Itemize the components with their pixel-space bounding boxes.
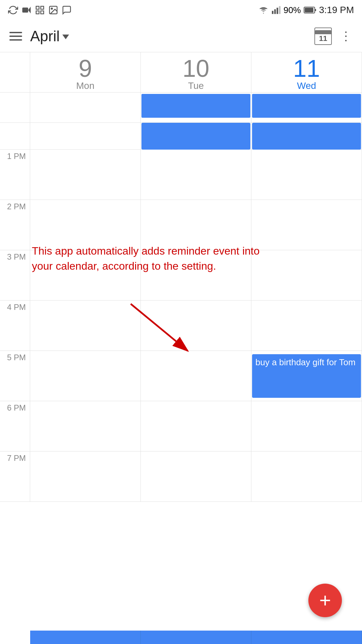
time-row-3pm: 3 PM (0, 250, 362, 301)
svg-rect-12 (279, 6, 281, 14)
wifi-icon (258, 5, 269, 15)
time-cell-tue-6pm[interactable] (141, 401, 251, 451)
svg-point-8 (263, 13, 264, 13)
day-label-tue: Tue (188, 80, 204, 91)
time-cell-mon-3pm[interactable] (30, 250, 141, 300)
time-cell-wed-noon[interactable] (251, 123, 362, 149)
day-header-tue[interactable]: 10 Tue (141, 52, 251, 95)
time-row-7pm: 7 PM (0, 451, 362, 502)
time-cell-tue-4pm[interactable] (141, 301, 251, 351)
time-cell-wed-1pm[interactable] (251, 150, 362, 200)
signal-icon (272, 5, 281, 15)
time-cell-mon-6pm[interactable] (30, 401, 141, 451)
month-selector[interactable]: April (30, 28, 69, 45)
all-day-event-tue[interactable] (141, 94, 250, 118)
time-cell-tue-1pm[interactable] (141, 150, 251, 200)
birthday-gift-event[interactable]: buy a birthday gift for Tom (252, 354, 361, 398)
time-label-6pm: 6 PM (0, 401, 30, 451)
chat-icon (62, 5, 72, 15)
svg-rect-4 (36, 11, 39, 14)
time-display: 3:19 PM (319, 5, 354, 15)
time-row-noon (0, 123, 362, 150)
fab-plus-icon: + (319, 590, 331, 610)
time-label-4pm: 4 PM (0, 301, 30, 351)
time-cell-wed-7pm[interactable] (251, 451, 362, 501)
toolbar-left: April (9, 28, 69, 45)
time-row-1pm: 1 PM (0, 150, 362, 200)
event-block-wed-noon[interactable] (252, 123, 361, 150)
day-header-mon[interactable]: 9 Mon (30, 52, 141, 95)
sync-icon (8, 5, 18, 15)
status-bar: 90% 3:19 PM (0, 0, 362, 20)
time-label-2pm: 2 PM (0, 200, 30, 250)
day-label-mon: Mon (76, 80, 94, 91)
day-label-wed: Wed (297, 80, 316, 91)
battery-percentage: 90% (284, 5, 301, 15)
time-row-4pm: 4 PM (0, 301, 362, 351)
month-label: April (30, 28, 60, 45)
svg-rect-11 (277, 8, 278, 14)
bottom-gutter (0, 631, 30, 644)
today-day-number: 11 (319, 35, 327, 42)
time-label-3pm: 3 PM (0, 250, 30, 300)
all-day-gutter (0, 93, 30, 122)
time-cell-wed-5pm[interactable]: buy a birthday gift for Tom (251, 351, 362, 401)
all-day-row (0, 93, 362, 123)
calendar-view: 9 Mon 10 Tue 11 Wed (0, 52, 362, 502)
time-label-noon (0, 123, 30, 149)
day-number-11: 11 (293, 56, 320, 80)
time-cell-mon-5pm[interactable] (30, 351, 141, 401)
svg-rect-10 (274, 9, 276, 14)
time-cell-mon-1pm[interactable] (30, 150, 141, 200)
status-right-icons: 90% 3:19 PM (258, 5, 354, 15)
menu-button[interactable] (9, 32, 22, 41)
time-cell-mon-4pm[interactable] (30, 301, 141, 351)
app-toolbar: April 11 ⋮ (0, 20, 362, 52)
day-header-wed[interactable]: 11 Wed (251, 52, 362, 95)
svg-rect-15 (315, 9, 316, 11)
svg-rect-9 (272, 11, 274, 14)
time-gutter-header (0, 52, 30, 95)
bottom-event-wed[interactable] (251, 631, 362, 644)
add-event-fab[interactable]: + (308, 584, 342, 617)
time-cell-tue-5pm[interactable] (141, 351, 251, 401)
time-cell-wed-4pm[interactable] (251, 301, 362, 351)
svg-rect-14 (305, 8, 313, 12)
status-icons (8, 5, 72, 15)
svg-rect-5 (41, 11, 44, 14)
all-day-tue[interactable] (141, 93, 251, 122)
today-button[interactable]: 11 (314, 28, 332, 45)
day-number-9: 9 (78, 56, 92, 80)
day-header-row: 9 Mon 10 Tue 11 Wed (0, 52, 362, 93)
time-cell-wed-2pm[interactable] (251, 200, 362, 250)
time-cell-mon-noon[interactable] (30, 123, 141, 149)
time-label-5pm: 5 PM (0, 351, 30, 401)
grid-icon (35, 5, 45, 15)
time-row-2pm: 2 PM (0, 200, 362, 250)
time-cell-tue-3pm[interactable] (141, 250, 251, 300)
event-block-tue-noon[interactable] (141, 123, 250, 150)
time-cell-wed-3pm[interactable] (251, 250, 362, 300)
toolbar-right: 11 ⋮ (314, 28, 353, 45)
bottom-event-tue[interactable] (141, 631, 251, 644)
time-cell-tue-2pm[interactable] (141, 200, 251, 250)
time-cell-mon-7pm[interactable] (30, 451, 141, 501)
day-number-10: 10 (182, 56, 209, 80)
all-day-event-wed[interactable] (252, 94, 361, 118)
time-cell-tue-7pm[interactable] (141, 451, 251, 501)
time-row-6pm: 6 PM (0, 401, 362, 451)
battery-icon (304, 6, 316, 14)
month-dropdown-arrow (62, 35, 69, 39)
time-label-1pm: 1 PM (0, 150, 30, 200)
svg-point-7 (51, 8, 53, 9)
video-icon (21, 5, 32, 15)
time-cell-wed-6pm[interactable] (251, 401, 362, 451)
more-options-button[interactable]: ⋮ (340, 29, 353, 43)
svg-marker-1 (28, 7, 31, 13)
image-icon (48, 5, 58, 15)
bottom-event-mon[interactable] (30, 631, 141, 644)
time-label-7pm: 7 PM (0, 451, 30, 501)
all-day-wed[interactable] (251, 93, 362, 122)
time-cell-tue-noon[interactable] (141, 123, 251, 149)
time-cell-mon-2pm[interactable] (30, 200, 141, 250)
